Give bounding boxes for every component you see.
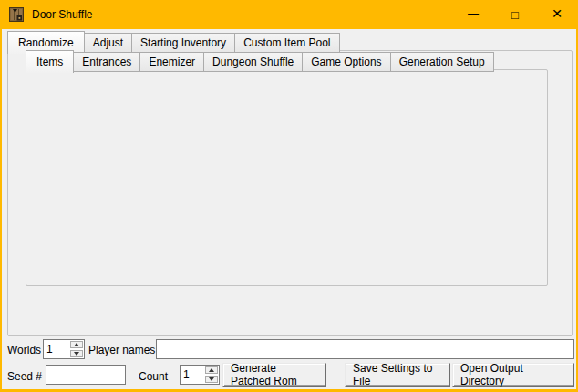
minimize-icon: — [468,7,479,20]
secondary-tabs: Items Entrances Enemizer Dungeon Shuffle… [26,50,493,72]
count-spinbox[interactable] [180,365,220,385]
window-border-left [0,29,2,392]
save-settings-label: Save Settings to File [353,362,442,387]
door-shuffle-window: Door Shuffle — □ × Randomize Adjust Star… [0,0,578,392]
spin-down-icon [209,377,214,381]
open-output-directory-label: Open Output Directory [460,362,566,387]
count-spin-down-button[interactable] [205,376,218,383]
spin-down-icon [74,352,79,356]
app-door-icon [9,7,24,22]
titlebar: Door Shuffle — □ × [0,0,578,29]
tab-game-options[interactable]: Game Options [302,52,390,72]
player-names-input[interactable] [156,339,574,359]
close-button[interactable]: × [536,0,578,29]
count-spin-up-button[interactable] [205,366,218,374]
generate-patched-rom-label: Generate Patched Rom [231,362,318,387]
spin-up-icon [209,368,214,372]
count-input[interactable] [181,366,203,384]
count-label: Count [139,370,168,383]
generate-patched-rom-button[interactable]: Generate Patched Rom [222,363,326,387]
close-icon: × [552,4,562,24]
spin-up-icon [74,343,79,346]
maximize-button[interactable]: □ [494,0,536,29]
worlds-spin-up-button[interactable] [70,341,83,348]
tab-entrances[interactable]: Entrances [73,52,140,72]
worlds-spinbox[interactable] [43,339,85,359]
items-tab-pane [26,69,548,286]
seed-label: Seed # [7,370,42,383]
maximize-icon: □ [511,8,519,22]
window-controls: — □ × [452,0,578,29]
tab-dungeon-shuffle[interactable]: Dungeon Shuffle [203,52,303,72]
window-title: Door Shuffle [32,8,93,21]
tab-items[interactable]: Items [26,50,74,73]
seed-input[interactable] [46,365,126,385]
player-names-label: Player names [88,344,155,356]
worlds-label: Worlds [7,344,41,356]
tab-generation-setup[interactable]: Generation Setup [390,52,494,72]
save-settings-button[interactable]: Save Settings to File [345,363,450,387]
worlds-spin-down-button[interactable] [70,350,83,357]
worlds-input[interactable] [44,340,68,358]
open-output-directory-button[interactable]: Open Output Directory [452,363,574,387]
tab-enemizer[interactable]: Enemizer [139,52,204,72]
minimize-button[interactable]: — [452,0,494,29]
